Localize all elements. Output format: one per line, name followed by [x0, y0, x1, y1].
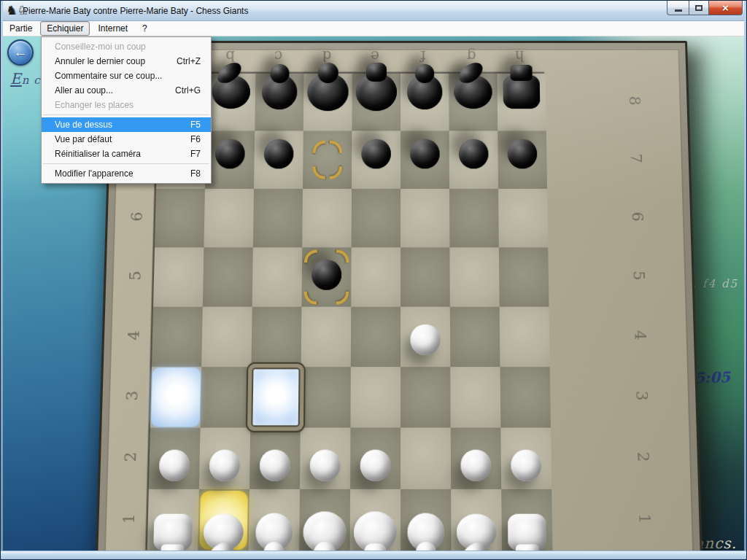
- menu-item-vue-par-d-faut[interactable]: Vue par défautF6: [42, 132, 211, 147]
- piece-black-rook-h8[interactable]: [497, 63, 546, 120]
- piece-black-knight-g8[interactable]: [449, 63, 498, 120]
- menubar-item-partie[interactable]: Partie: [3, 21, 39, 36]
- menubar-item-?[interactable]: ?: [136, 21, 154, 36]
- square-h4[interactable]: [500, 307, 550, 367]
- piece-white-pawn-h2[interactable]: [500, 435, 551, 497]
- piece-white-rook-h1[interactable]: [501, 501, 552, 551]
- piece-black-king-e8[interactable]: [352, 63, 400, 120]
- menu-bar: PartieEchiquierInternet?: [1, 21, 746, 36]
- piece-white-king-e1[interactable]: [350, 501, 401, 551]
- king-head: [365, 543, 387, 551]
- square-h6[interactable]: [498, 189, 548, 247]
- maximize-button[interactable]: [689, 1, 709, 15]
- piece-black-queen-d8[interactable]: [303, 63, 352, 120]
- knight-body: [204, 514, 244, 551]
- square-e3[interactable]: [350, 367, 400, 427]
- square-c5[interactable]: [252, 247, 303, 306]
- square-e4[interactable]: [351, 307, 400, 367]
- square-c4[interactable]: [251, 307, 301, 367]
- square-c6[interactable]: [253, 189, 303, 247]
- piece-black-pawn-c7[interactable]: [254, 125, 303, 182]
- menu-item-shortcut: F5: [190, 120, 201, 130]
- menu-item-label: Modifier l'apparence: [55, 168, 182, 179]
- piece-black-bishop-c8[interactable]: [255, 63, 303, 120]
- piece-white-knight-g1[interactable]: [451, 501, 502, 551]
- square-g6[interactable]: [449, 189, 499, 247]
- pawn-body: [310, 450, 341, 481]
- piece-white-pawn-e2[interactable]: [350, 435, 400, 497]
- square-e5[interactable]: [351, 247, 400, 306]
- queen-head: [318, 63, 338, 83]
- square-d6[interactable]: [302, 189, 352, 247]
- minimize-icon: [675, 9, 682, 12]
- piece-white-pawn-b2[interactable]: [199, 435, 250, 497]
- square-g4[interactable]: [450, 307, 500, 367]
- menu-separator: [43, 114, 209, 115]
- menu-item-commentaire-sur-ce-coup-[interactable]: Commentaire sur ce coup...: [42, 69, 211, 83]
- square-b3[interactable]: [201, 367, 252, 427]
- piece-black-pawn-g7[interactable]: [449, 125, 498, 182]
- pawn-body: [264, 139, 294, 169]
- pawn-body: [507, 139, 537, 169]
- bishop-body: [255, 513, 293, 551]
- square-h5[interactable]: [499, 247, 549, 306]
- menu-item-echanger-les-places[interactable]: Echanger les places: [42, 98, 211, 112]
- square-h3[interactable]: [500, 367, 550, 427]
- piece-white-pawn-f4[interactable]: [400, 310, 450, 370]
- square-a5[interactable]: [153, 247, 204, 306]
- piece-white-bishop-c1[interactable]: [248, 501, 299, 551]
- piece-black-bishop-f8[interactable]: [400, 63, 449, 120]
- piece-white-pawn-a2[interactable]: [149, 435, 201, 497]
- square-d7[interactable]: [303, 131, 352, 188]
- piece-black-pawn-d5[interactable]: [301, 245, 351, 304]
- piece-white-knight-b1[interactable]: [198, 501, 249, 551]
- piece-white-pawn-d2[interactable]: [300, 435, 351, 497]
- square-d4[interactable]: [301, 307, 352, 367]
- square-b5[interactable]: [203, 247, 253, 306]
- menu-separator: [43, 163, 209, 164]
- menu-item-modifier-l-apparence[interactable]: Modifier l'apparenceF8: [42, 166, 211, 181]
- piece-white-pawn-c2[interactable]: [249, 435, 301, 497]
- menu-item-annuler-le-dernier-coup[interactable]: Annuler le dernier coupCtrl+Z: [42, 54, 211, 69]
- piece-black-pawn-h7[interactable]: [498, 125, 547, 182]
- menu-item-label: Annuler le dernier coup: [55, 56, 168, 66]
- rank-label-3-right: 3: [612, 386, 672, 406]
- square-a4[interactable]: [152, 307, 203, 367]
- square-g5[interactable]: [449, 247, 499, 306]
- menu-item-label: Réinitialiser la caméra: [55, 149, 182, 159]
- minimize-button[interactable]: [667, 1, 689, 15]
- knight-head: [455, 58, 486, 87]
- piece-white-bishop-f1[interactable]: [400, 501, 452, 551]
- window-frame: ♞♘ Pierre-Marie Baty contre Pierre-Marie…: [0, 0, 747, 560]
- square-f2[interactable]: [400, 428, 451, 489]
- square-f3[interactable]: [400, 367, 451, 427]
- close-button[interactable]: ×: [709, 1, 743, 15]
- square-b6[interactable]: [204, 189, 254, 247]
- piece-black-pawn-f7[interactable]: [400, 125, 449, 182]
- queen-body: [307, 73, 349, 111]
- menu-item-conseillez-moi-un-coup[interactable]: Conseillez-moi un coup: [42, 39, 211, 54]
- piece-white-rook-a1[interactable]: [147, 501, 198, 551]
- piece-black-knight-b8[interactable]: [206, 63, 256, 120]
- square-d3[interactable]: [301, 367, 351, 427]
- square-e6[interactable]: [352, 189, 400, 247]
- pawn-body: [311, 260, 341, 290]
- square-g3[interactable]: [450, 367, 500, 427]
- title-bar[interactable]: ♞♘ Pierre-Marie Baty contre Pierre-Marie…: [1, 1, 746, 21]
- piece-white-queen-d1[interactable]: [299, 501, 350, 551]
- piece-white-pawn-g2[interactable]: [451, 435, 502, 497]
- square-a6[interactable]: [155, 189, 205, 247]
- square-f6[interactable]: [400, 189, 449, 247]
- piece-black-pawn-e7[interactable]: [352, 125, 400, 182]
- rook-body: [153, 514, 193, 551]
- menu-item-shortcut: Ctrl+G: [175, 85, 201, 96]
- square-b4[interactable]: [201, 307, 252, 367]
- menu-item-aller-au-coup-[interactable]: Aller au coup...Ctrl+G: [42, 83, 211, 98]
- square-f5[interactable]: [400, 247, 450, 306]
- back-button[interactable]: ←: [7, 39, 34, 66]
- menubar-item-internet[interactable]: Internet: [91, 21, 134, 36]
- menubar-item-echiquier[interactable]: Echiquier: [40, 21, 90, 36]
- menu-item-r-initialiser-la-cam-ra[interactable]: Réinitialiser la caméraF7: [42, 147, 211, 161]
- menu-item-vue-de-dessus[interactable]: Vue de dessusF5: [42, 117, 211, 132]
- piece-black-pawn-b7[interactable]: [205, 125, 255, 182]
